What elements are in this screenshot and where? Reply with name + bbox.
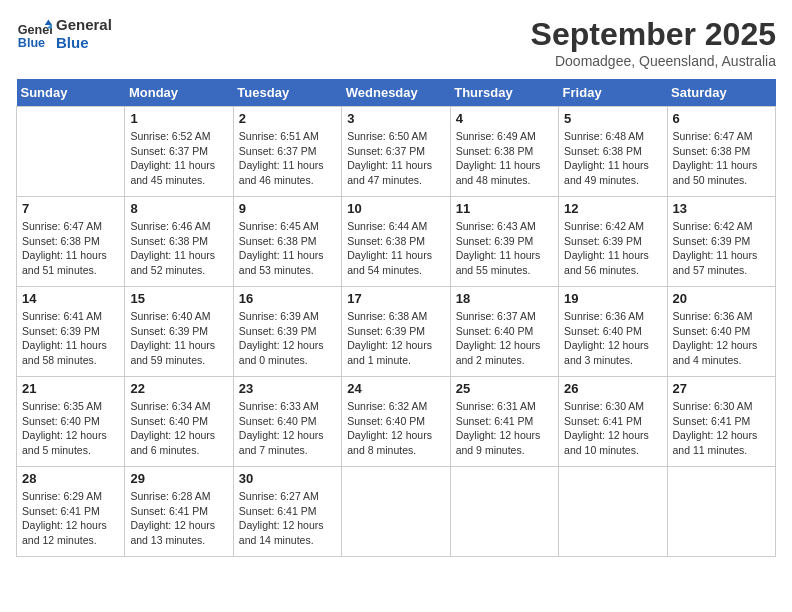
calendar-cell: 17Sunrise: 6:38 AM Sunset: 6:39 PM Dayli… <box>342 287 450 377</box>
calendar-cell: 26Sunrise: 6:30 AM Sunset: 6:41 PM Dayli… <box>559 377 667 467</box>
day-number: 30 <box>239 471 336 486</box>
cell-info: Sunrise: 6:41 AM Sunset: 6:39 PM Dayligh… <box>22 309 119 368</box>
cell-info: Sunrise: 6:51 AM Sunset: 6:37 PM Dayligh… <box>239 129 336 188</box>
day-number: 20 <box>673 291 770 306</box>
day-number: 28 <box>22 471 119 486</box>
cell-info: Sunrise: 6:27 AM Sunset: 6:41 PM Dayligh… <box>239 489 336 548</box>
cell-info: Sunrise: 6:28 AM Sunset: 6:41 PM Dayligh… <box>130 489 227 548</box>
cell-info: Sunrise: 6:43 AM Sunset: 6:39 PM Dayligh… <box>456 219 553 278</box>
cell-info: Sunrise: 6:42 AM Sunset: 6:39 PM Dayligh… <box>564 219 661 278</box>
calendar-week-row: 7Sunrise: 6:47 AM Sunset: 6:38 PM Daylig… <box>17 197 776 287</box>
day-number: 19 <box>564 291 661 306</box>
cell-info: Sunrise: 6:48 AM Sunset: 6:38 PM Dayligh… <box>564 129 661 188</box>
calendar-cell: 15Sunrise: 6:40 AM Sunset: 6:39 PM Dayli… <box>125 287 233 377</box>
day-number: 18 <box>456 291 553 306</box>
calendar-cell: 13Sunrise: 6:42 AM Sunset: 6:39 PM Dayli… <box>667 197 775 287</box>
calendar-header-row: SundayMondayTuesdayWednesdayThursdayFrid… <box>17 79 776 107</box>
logo: General Blue General Blue <box>16 16 112 52</box>
calendar-cell: 4Sunrise: 6:49 AM Sunset: 6:38 PM Daylig… <box>450 107 558 197</box>
cell-info: Sunrise: 6:34 AM Sunset: 6:40 PM Dayligh… <box>130 399 227 458</box>
calendar-cell <box>450 467 558 557</box>
cell-info: Sunrise: 6:30 AM Sunset: 6:41 PM Dayligh… <box>564 399 661 458</box>
calendar-cell: 1Sunrise: 6:52 AM Sunset: 6:37 PM Daylig… <box>125 107 233 197</box>
day-number: 23 <box>239 381 336 396</box>
day-number: 1 <box>130 111 227 126</box>
calendar-cell: 20Sunrise: 6:36 AM Sunset: 6:40 PM Dayli… <box>667 287 775 377</box>
header: General Blue General Blue September 2025… <box>16 16 776 69</box>
day-number: 4 <box>456 111 553 126</box>
logo-blue: Blue <box>56 34 112 52</box>
day-number: 3 <box>347 111 444 126</box>
calendar-cell: 5Sunrise: 6:48 AM Sunset: 6:38 PM Daylig… <box>559 107 667 197</box>
calendar-cell: 19Sunrise: 6:36 AM Sunset: 6:40 PM Dayli… <box>559 287 667 377</box>
calendar-cell: 8Sunrise: 6:46 AM Sunset: 6:38 PM Daylig… <box>125 197 233 287</box>
day-number: 6 <box>673 111 770 126</box>
cell-info: Sunrise: 6:32 AM Sunset: 6:40 PM Dayligh… <box>347 399 444 458</box>
calendar-cell: 23Sunrise: 6:33 AM Sunset: 6:40 PM Dayli… <box>233 377 341 467</box>
cell-info: Sunrise: 6:33 AM Sunset: 6:40 PM Dayligh… <box>239 399 336 458</box>
calendar-cell: 22Sunrise: 6:34 AM Sunset: 6:40 PM Dayli… <box>125 377 233 467</box>
cell-info: Sunrise: 6:36 AM Sunset: 6:40 PM Dayligh… <box>564 309 661 368</box>
location-title: Doomadgee, Queensland, Australia <box>531 53 776 69</box>
day-number: 8 <box>130 201 227 216</box>
calendar-cell <box>667 467 775 557</box>
calendar-cell: 25Sunrise: 6:31 AM Sunset: 6:41 PM Dayli… <box>450 377 558 467</box>
calendar-cell: 7Sunrise: 6:47 AM Sunset: 6:38 PM Daylig… <box>17 197 125 287</box>
cell-info: Sunrise: 6:37 AM Sunset: 6:40 PM Dayligh… <box>456 309 553 368</box>
calendar-cell: 27Sunrise: 6:30 AM Sunset: 6:41 PM Dayli… <box>667 377 775 467</box>
cell-info: Sunrise: 6:42 AM Sunset: 6:39 PM Dayligh… <box>673 219 770 278</box>
day-number: 7 <box>22 201 119 216</box>
cell-info: Sunrise: 6:35 AM Sunset: 6:40 PM Dayligh… <box>22 399 119 458</box>
calendar-cell <box>17 107 125 197</box>
calendar-week-row: 28Sunrise: 6:29 AM Sunset: 6:41 PM Dayli… <box>17 467 776 557</box>
col-header-sunday: Sunday <box>17 79 125 107</box>
day-number: 9 <box>239 201 336 216</box>
day-number: 11 <box>456 201 553 216</box>
cell-info: Sunrise: 6:30 AM Sunset: 6:41 PM Dayligh… <box>673 399 770 458</box>
day-number: 29 <box>130 471 227 486</box>
calendar-cell: 24Sunrise: 6:32 AM Sunset: 6:40 PM Dayli… <box>342 377 450 467</box>
calendar-cell: 6Sunrise: 6:47 AM Sunset: 6:38 PM Daylig… <box>667 107 775 197</box>
cell-info: Sunrise: 6:31 AM Sunset: 6:41 PM Dayligh… <box>456 399 553 458</box>
day-number: 22 <box>130 381 227 396</box>
cell-info: Sunrise: 6:52 AM Sunset: 6:37 PM Dayligh… <box>130 129 227 188</box>
calendar-cell: 16Sunrise: 6:39 AM Sunset: 6:39 PM Dayli… <box>233 287 341 377</box>
cell-info: Sunrise: 6:36 AM Sunset: 6:40 PM Dayligh… <box>673 309 770 368</box>
calendar-cell: 14Sunrise: 6:41 AM Sunset: 6:39 PM Dayli… <box>17 287 125 377</box>
col-header-friday: Friday <box>559 79 667 107</box>
col-header-saturday: Saturday <box>667 79 775 107</box>
day-number: 26 <box>564 381 661 396</box>
calendar-week-row: 1Sunrise: 6:52 AM Sunset: 6:37 PM Daylig… <box>17 107 776 197</box>
calendar-cell <box>342 467 450 557</box>
cell-info: Sunrise: 6:39 AM Sunset: 6:39 PM Dayligh… <box>239 309 336 368</box>
cell-info: Sunrise: 6:47 AM Sunset: 6:38 PM Dayligh… <box>22 219 119 278</box>
day-number: 21 <box>22 381 119 396</box>
cell-info: Sunrise: 6:38 AM Sunset: 6:39 PM Dayligh… <box>347 309 444 368</box>
cell-info: Sunrise: 6:45 AM Sunset: 6:38 PM Dayligh… <box>239 219 336 278</box>
calendar-cell: 21Sunrise: 6:35 AM Sunset: 6:40 PM Dayli… <box>17 377 125 467</box>
calendar-cell: 11Sunrise: 6:43 AM Sunset: 6:39 PM Dayli… <box>450 197 558 287</box>
col-header-monday: Monday <box>125 79 233 107</box>
day-number: 2 <box>239 111 336 126</box>
day-number: 13 <box>673 201 770 216</box>
day-number: 16 <box>239 291 336 306</box>
calendar-cell: 9Sunrise: 6:45 AM Sunset: 6:38 PM Daylig… <box>233 197 341 287</box>
calendar-cell <box>559 467 667 557</box>
calendar-cell: 18Sunrise: 6:37 AM Sunset: 6:40 PM Dayli… <box>450 287 558 377</box>
calendar-cell: 3Sunrise: 6:50 AM Sunset: 6:37 PM Daylig… <box>342 107 450 197</box>
col-header-wednesday: Wednesday <box>342 79 450 107</box>
cell-info: Sunrise: 6:44 AM Sunset: 6:38 PM Dayligh… <box>347 219 444 278</box>
cell-info: Sunrise: 6:40 AM Sunset: 6:39 PM Dayligh… <box>130 309 227 368</box>
title-area: September 2025 Doomadgee, Queensland, Au… <box>531 16 776 69</box>
day-number: 12 <box>564 201 661 216</box>
calendar-cell: 28Sunrise: 6:29 AM Sunset: 6:41 PM Dayli… <box>17 467 125 557</box>
day-number: 17 <box>347 291 444 306</box>
day-number: 27 <box>673 381 770 396</box>
day-number: 10 <box>347 201 444 216</box>
calendar-cell: 12Sunrise: 6:42 AM Sunset: 6:39 PM Dayli… <box>559 197 667 287</box>
calendar-week-row: 21Sunrise: 6:35 AM Sunset: 6:40 PM Dayli… <box>17 377 776 467</box>
day-number: 25 <box>456 381 553 396</box>
cell-info: Sunrise: 6:29 AM Sunset: 6:41 PM Dayligh… <box>22 489 119 548</box>
calendar-cell: 29Sunrise: 6:28 AM Sunset: 6:41 PM Dayli… <box>125 467 233 557</box>
day-number: 14 <box>22 291 119 306</box>
